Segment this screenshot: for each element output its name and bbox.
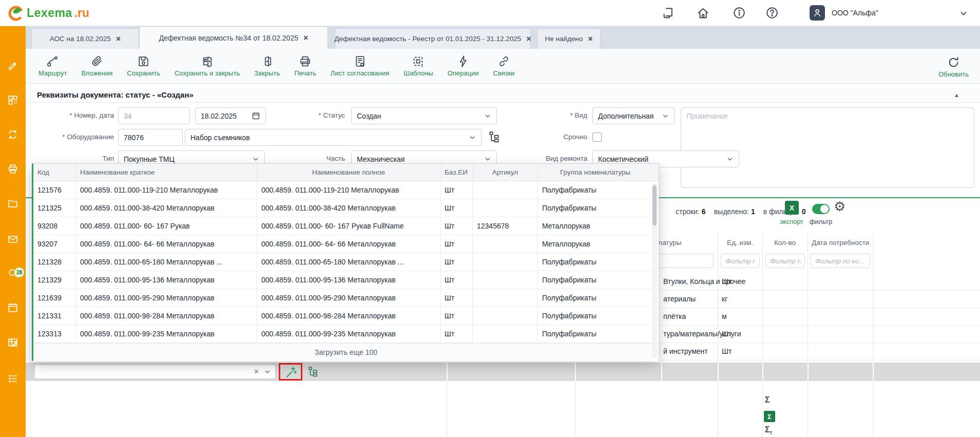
band-divider (661, 363, 662, 381)
filter-toggle[interactable] (812, 204, 830, 214)
lookup-row[interactable]: 121576000.4859. 011.000-119-210 Металлор… (33, 181, 659, 199)
close-icon[interactable]: × (303, 34, 308, 42)
grid-column-unit[interactable]: Ед. изм. (718, 234, 762, 252)
close-icon[interactable]: × (588, 35, 592, 43)
save-button[interactable]: Сохранить (127, 55, 160, 77)
equipment-code-field[interactable]: 78076 (118, 129, 183, 146)
attachments-button[interactable]: Вложения (81, 55, 112, 77)
band-divider (873, 363, 874, 381)
grid-column-date[interactable]: Дата потребности (808, 234, 873, 252)
process-icon[interactable] (661, 6, 675, 20)
tab-label: Не найдено (545, 35, 583, 43)
tab-aos[interactable]: АОС на 18.02.2025× (31, 28, 139, 49)
sum-total-symbol[interactable]: Σт (765, 425, 773, 435)
user-avatar[interactable] (810, 5, 825, 21)
grid-edit-band: × (26, 363, 980, 381)
folder-icon[interactable] (7, 198, 18, 209)
number-field[interactable]: 34 (118, 107, 190, 124)
help-icon[interactable] (765, 6, 779, 20)
scrollbar-track[interactable] (652, 183, 657, 358)
sum-symbol[interactable]: Σ (765, 395, 770, 405)
lookup-cell: 121576 (33, 181, 76, 199)
lookup-row[interactable]: 121331000.4859. 011.000-98-284 Металлору… (33, 307, 659, 325)
band-divider (575, 363, 576, 381)
company-name[interactable]: ООО "Альфа" (832, 9, 878, 17)
route-button[interactable]: Маршрут (39, 55, 67, 77)
tab-not-found[interactable]: Не найдено× (537, 28, 601, 49)
templates-button[interactable]: Шаблоны (403, 55, 433, 77)
lookup-row[interactable]: 121329000.4859. 011.000-95-136 Металлору… (33, 271, 659, 289)
tasks-icon[interactable] (7, 373, 18, 384)
lookup-cell: Шт (440, 307, 473, 325)
lookup-cell: Полуфабрикаты (538, 289, 652, 307)
links-button[interactable]: Связки (493, 55, 515, 77)
date-field[interactable]: 18.02.2025 (195, 107, 266, 124)
equipment-select[interactable]: Набор съемников (185, 129, 482, 146)
lookup-row[interactable]: 121328000.4859. 011.000-65-180 Металлору… (33, 253, 659, 271)
paperclip-icon (90, 55, 103, 68)
collapse-arrow-icon[interactable]: ▲ (954, 92, 959, 98)
lookup-row[interactable]: 93207000.4859. 011.000- 64- 66 Металлору… (33, 235, 659, 253)
sheet-icon (354, 55, 367, 68)
lookup-col-group[interactable]: Группа номенклатуры (538, 164, 652, 181)
chevron-down-icon (662, 112, 669, 120)
urgent-checkbox[interactable] (592, 132, 602, 142)
lexema-logo[interactable]: Lexema.ru (7, 4, 89, 22)
grid-column-qty[interactable]: Кол-во (762, 234, 808, 252)
hierarchy-icon[interactable] (488, 130, 501, 144)
chevron-down-icon[interactable] (958, 8, 969, 19)
lookup-col-full-name[interactable]: Наименование полное (257, 164, 440, 181)
vid-label: * Вид (534, 111, 587, 119)
note-textarea[interactable] (681, 107, 974, 188)
mail-icon[interactable] (7, 234, 18, 245)
refresh-button[interactable]: Обновить (938, 56, 969, 78)
magic-wand-icon[interactable] (284, 366, 297, 378)
approval-sheet-button[interactable]: Лист согласования (331, 55, 389, 77)
table-edit-icon[interactable] (7, 337, 18, 348)
gear-icon[interactable]: ⚙ (834, 199, 846, 215)
vid-select[interactable]: Дополнительная (592, 107, 675, 124)
hierarchy-icon[interactable] (307, 366, 319, 378)
print-button[interactable]: Печать (294, 55, 316, 77)
export-label[interactable]: экспорт (775, 218, 808, 225)
unit-filter-input[interactable] (721, 254, 760, 268)
lookup-row[interactable]: 93208000.4859. 011.000- 60- 167 Рукав000… (33, 217, 659, 235)
lookup-col-code[interactable]: Код (33, 164, 76, 181)
print-queue-icon[interactable] (7, 163, 18, 175)
dashboard-grid-icon[interactable] (7, 94, 18, 106)
home-icon[interactable] (696, 6, 710, 20)
close-button[interactable]: Закрыть (254, 55, 280, 77)
load-more-button[interactable]: Загрузить еще 100 (33, 343, 659, 362)
edit-pencil-icon[interactable] (7, 60, 18, 71)
info-icon[interactable] (733, 6, 746, 20)
lookup-col-short-name[interactable]: Наименование краткое (76, 164, 257, 181)
lookup-col-article[interactable]: Артикул (473, 164, 538, 181)
close-icon[interactable]: × (526, 35, 531, 43)
chevron-down-icon[interactable] (264, 368, 271, 375)
lookup-cell: Полуфабрикаты (538, 271, 652, 289)
lookup-row[interactable]: 121639000.4859. 011.000-95-290 Металлору… (33, 289, 659, 307)
calendar-icon[interactable] (7, 302, 18, 313)
clear-icon[interactable]: × (254, 368, 259, 376)
scrollbar-thumb[interactable] (652, 185, 657, 225)
sync-icon[interactable] (7, 129, 18, 140)
calendar-icon[interactable] (252, 111, 260, 120)
lookup-cell: 000.4859. 011.000- 64- 66 Металлорукав (76, 235, 257, 253)
chevron-down-icon (252, 156, 259, 163)
save-and-close-button[interactable]: Сохранить и закрыть (175, 55, 240, 77)
sum-selected-symbol[interactable]: Σ (764, 411, 775, 422)
lookup-row[interactable]: 123313000.4859. 011.000-99-235 Металлору… (33, 325, 659, 343)
lookup-cell: 000.4859. 011.000-95-290 Металлорукав (76, 289, 257, 307)
grid-lookup-combo[interactable]: × (34, 365, 276, 379)
operations-button[interactable]: Операции (448, 55, 479, 77)
lookup-row[interactable]: 121325000.4859. 011.000-38-420 Металлору… (33, 199, 659, 217)
tab-defect-sheet[interactable]: Дефектная ведомость №34 от 18.02.2025× (139, 26, 328, 49)
date-filter-input[interactable] (811, 254, 870, 268)
tab-defect-registry[interactable]: Дефектная ведомость - Реестр от 01.01.20… (335, 28, 531, 49)
close-icon[interactable]: × (116, 35, 121, 43)
lookup-col-unit[interactable]: Баз.ЕИ (440, 164, 473, 181)
excel-export-icon[interactable]: X (785, 201, 799, 215)
lookup-cell: 000.4859. 011.000-119-210 Металлорукав (76, 181, 257, 199)
status-select[interactable]: Создан (351, 107, 497, 124)
qty-filter-input[interactable] (765, 254, 805, 268)
